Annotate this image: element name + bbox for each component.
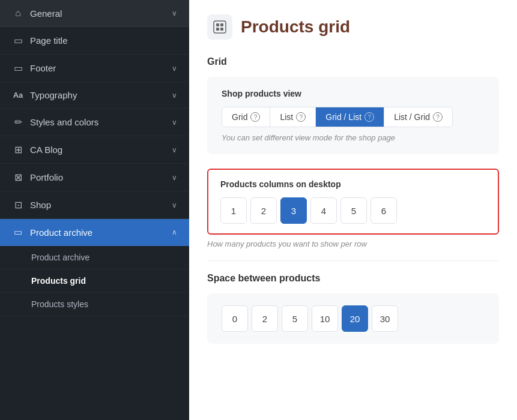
product-archive-icon: ▭ <box>12 227 24 238</box>
space-card: 0 2 5 10 20 30 <box>207 293 499 344</box>
sidebar-item-shop[interactable]: ⊡ Shop ∨ <box>0 191 189 219</box>
sidebar-item-general[interactable]: ⌂ General ∨ <box>0 0 189 27</box>
col-btn-4[interactable]: 4 <box>310 197 337 224</box>
sidebar-label-typography: Typography <box>30 90 77 100</box>
sidebar-sub-label-products-grid: Products grid <box>31 276 86 286</box>
grid-list-help-icon: ? <box>364 112 374 122</box>
view-btn-grid-label: Grid <box>232 112 247 122</box>
view-btn-list[interactable]: List ? <box>270 107 316 127</box>
page-header-icon <box>207 14 232 40</box>
space-btn-2[interactable]: 2 <box>252 305 278 332</box>
svg-rect-4 <box>220 28 223 31</box>
footer-icon: ▭ <box>12 62 24 74</box>
svg-rect-3 <box>216 28 219 31</box>
space-btn-20[interactable]: 20 <box>342 305 368 332</box>
list-help-icon: ? <box>296 112 306 122</box>
space-btn-0[interactable]: 0 <box>222 305 248 332</box>
space-btn-5[interactable]: 5 <box>282 305 308 332</box>
sidebar-item-product-archive[interactable]: ▭ Product archive ∧ <box>0 219 189 246</box>
home-icon: ⌂ <box>12 8 24 19</box>
sidebar-sub-label-product-archive: Product archive <box>31 253 89 262</box>
section-divider <box>207 260 499 261</box>
sidebar-label-product-archive: Product archive <box>30 227 92 238</box>
svg-rect-0 <box>214 21 226 33</box>
typography-icon: Aa <box>12 91 24 100</box>
sidebar-sub-product-archive[interactable]: Product archive <box>0 246 189 269</box>
view-btn-list-label: List <box>280 112 293 122</box>
sidebar-label-shop: Shop <box>30 200 51 210</box>
sidebar-label-page-title: Page title <box>30 35 68 46</box>
shop-view-hint: You can set different view mode for the … <box>222 133 485 142</box>
view-btn-grid-list-label: Grid / List <box>325 112 361 122</box>
columns-number-buttons: 1 2 3 4 5 6 <box>220 197 486 224</box>
portfolio-icon: ⊠ <box>12 172 24 183</box>
chevron-portfolio: ∨ <box>172 173 177 182</box>
chevron-product-archive: ∧ <box>172 228 177 236</box>
sidebar-label-blog: CA Blog <box>30 145 62 155</box>
sidebar-item-typography[interactable]: Aa Typography ∨ <box>0 82 189 109</box>
page-header: Products grid <box>207 14 499 40</box>
col-btn-1[interactable]: 1 <box>220 197 247 224</box>
sidebar-item-blog[interactable]: ⊞ CA Blog ∨ <box>0 136 189 164</box>
sidebar-item-portfolio[interactable]: ⊠ Portfolio ∨ <box>0 164 189 191</box>
sidebar-sub-products-grid[interactable]: Products grid <box>0 269 189 293</box>
sidebar-label-general: General <box>30 8 62 19</box>
chevron-typography: ∨ <box>172 91 177 100</box>
chevron-styles: ∨ <box>172 118 177 127</box>
shop-view-label: Shop products view <box>222 89 485 98</box>
space-section-title: Space between products <box>207 273 499 284</box>
blog-icon: ⊞ <box>12 144 24 155</box>
col-btn-2[interactable]: 2 <box>250 197 277 224</box>
chevron-shop: ∨ <box>172 201 177 209</box>
svg-rect-1 <box>216 23 219 26</box>
space-btn-10[interactable]: 10 <box>312 305 338 332</box>
shop-icon: ⊡ <box>12 199 24 211</box>
view-btn-grid-list[interactable]: Grid / List ? <box>316 107 384 127</box>
sidebar-sub-label-products-styles: Products styles <box>31 299 88 309</box>
col-btn-5[interactable]: 5 <box>340 197 367 224</box>
sidebar: ⌂ General ∨ ▭ Page title ▭ Footer ∨ Aa T… <box>0 0 189 420</box>
list-grid-help-icon: ? <box>433 112 443 122</box>
chevron-blog: ∨ <box>172 146 177 154</box>
columns-desktop-label: Products columns on desktop <box>220 179 486 189</box>
page-title: Products grid <box>241 17 350 37</box>
shop-view-card: Shop products view Grid ? List ? Grid / … <box>207 77 499 154</box>
main-content: Products grid Grid Shop products view Gr… <box>189 0 517 420</box>
svg-rect-2 <box>220 23 223 26</box>
view-btn-grid[interactable]: Grid ? <box>222 107 270 127</box>
space-number-buttons: 0 2 5 10 20 30 <box>222 305 485 332</box>
chevron-footer: ∨ <box>172 64 177 73</box>
columns-desktop-box: Products columns on desktop 1 2 3 4 5 6 <box>207 169 499 235</box>
sidebar-label-footer: Footer <box>30 63 56 73</box>
sidebar-label-styles: Styles and colors <box>30 117 98 127</box>
sidebar-item-footer[interactable]: ▭ Footer ∨ <box>0 55 189 82</box>
columns-hint: How many products you want to show per r… <box>207 239 499 248</box>
col-btn-3[interactable]: 3 <box>280 197 307 224</box>
page-title-icon: ▭ <box>12 35 24 46</box>
sidebar-sub-products-styles[interactable]: Products styles <box>0 293 189 316</box>
grid-section-title: Grid <box>207 56 499 67</box>
grid-help-icon: ? <box>250 112 260 122</box>
sidebar-item-styles-colors[interactable]: ✏ Styles and colors ∨ <box>0 109 189 136</box>
sidebar-label-portfolio: Portfolio <box>30 172 63 182</box>
view-btn-list-grid[interactable]: List / Grid ? <box>384 107 452 127</box>
styles-icon: ✏ <box>12 116 24 128</box>
chevron-general: ∨ <box>172 9 177 17</box>
view-btn-list-grid-label: List / Grid <box>394 112 430 122</box>
space-btn-30[interactable]: 30 <box>372 305 398 332</box>
col-btn-6[interactable]: 6 <box>370 197 397 224</box>
sidebar-item-page-title[interactable]: ▭ Page title <box>0 27 189 55</box>
view-mode-buttons: Grid ? List ? Grid / List ? List / Grid … <box>222 107 453 127</box>
